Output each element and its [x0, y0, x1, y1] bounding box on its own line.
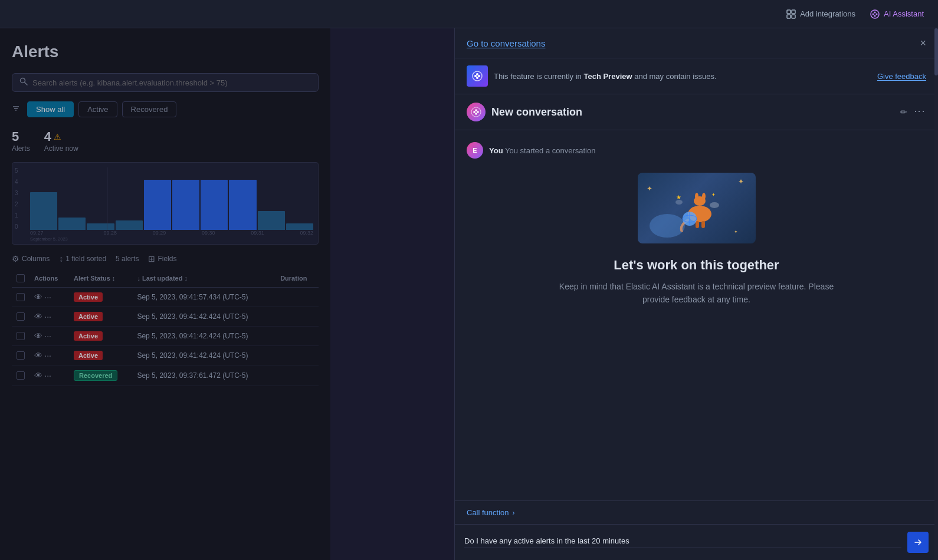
svg-text:✦: ✦ — [711, 192, 716, 197]
col-duration: Duration — [276, 269, 319, 288]
columns-control[interactable]: ⚙ Columns — [12, 254, 50, 263]
ai-assistant-button[interactable]: AI Assistant — [870, 9, 924, 19]
warning-icon: ⚠ — [54, 132, 61, 141]
row-checkbox[interactable] — [17, 371, 25, 380]
svg-point-14 — [473, 71, 482, 81]
chat-input[interactable] — [464, 536, 901, 548]
ai-avatar — [467, 103, 486, 121]
search-bar[interactable] — [12, 73, 319, 92]
table-row: 👁 ··· Active Sep 5, 2023, 09:41:42.424 (… — [12, 346, 319, 365]
active-count: 4 — [44, 129, 51, 144]
scroll-thumb[interactable] — [934, 28, 938, 75]
svg-text:★: ★ — [676, 194, 681, 200]
welcome-subtitle: Keep in mind that Elastic AI Assistant i… — [549, 280, 844, 307]
tab-recovered[interactable]: Recovered — [122, 101, 177, 117]
col-checkbox — [12, 269, 29, 288]
more-options-icon[interactable]: ⋮ — [913, 106, 926, 118]
eye-icon[interactable]: 👁 — [34, 312, 42, 321]
search-icon — [19, 77, 28, 88]
menu-icon[interactable]: ··· — [44, 371, 51, 380]
svg-point-4 — [871, 10, 879, 18]
active-alerts-stat: 4 ⚠ Active now — [44, 129, 78, 153]
call-function-row[interactable]: Call function › — [455, 501, 938, 525]
alerts-main: Alerts Show all Active Recovered 5 Alert… — [0, 28, 330, 560]
menu-icon[interactable]: ··· — [44, 292, 51, 302]
star-decoration: ✦ — [647, 185, 652, 193]
convo-start-text: You You started a conversation — [489, 146, 595, 155]
chevron-right-icon: › — [513, 509, 515, 517]
chart-bar-active — [229, 180, 256, 230]
sort-control[interactable]: ↕ 1 field sorted — [59, 254, 106, 263]
search-input[interactable] — [32, 78, 311, 87]
add-integrations-button[interactable]: Add integrations — [786, 9, 855, 19]
chart-bar — [87, 223, 114, 230]
panel-footer: Call function › — [455, 500, 938, 560]
svg-point-26 — [695, 193, 698, 200]
svg-point-36 — [675, 200, 683, 205]
alerts-count: 5 alerts — [116, 255, 139, 263]
status-badge: Recovered — [74, 370, 117, 381]
filter-icon — [12, 104, 20, 115]
svg-point-17 — [476, 73, 478, 75]
status-badge: Active — [74, 351, 103, 360]
user-avatar: E — [467, 142, 483, 159]
chart-bar — [258, 211, 285, 230]
row-checkbox[interactable] — [17, 351, 25, 360]
give-feedback-button[interactable]: Give feedback — [877, 72, 926, 81]
banner-text: This feature is currently in Tech Previe… — [494, 72, 717, 81]
chart-bar — [286, 223, 313, 230]
chart-bar — [58, 218, 86, 230]
svg-point-5 — [873, 13, 874, 15]
duration — [276, 307, 319, 327]
eye-icon[interactable]: 👁 — [34, 351, 42, 360]
fields-icon: ⊞ — [148, 254, 155, 263]
welcome-illustration: ✦ ✦ ✦ ★ — [638, 173, 756, 243]
eye-icon[interactable]: 👁 — [34, 331, 42, 341]
svg-rect-28 — [696, 221, 699, 228]
svg-rect-0 — [787, 10, 791, 14]
ai-panel: Go to conversations × This feature is cu… — [454, 28, 938, 560]
eye-icon[interactable]: 👁 — [34, 371, 42, 380]
chart-bar-active — [144, 180, 171, 230]
active-label: Active now — [44, 144, 78, 153]
table-row: 👁 ··· Active Sep 5, 2023, 09:41:42.424 (… — [12, 327, 319, 346]
svg-point-20 — [473, 111, 475, 113]
tab-show-all[interactable]: Show all — [27, 101, 74, 117]
send-button[interactable] — [907, 532, 929, 553]
tab-active[interactable]: Active — [78, 101, 117, 117]
svg-point-27 — [702, 193, 706, 200]
edit-icon[interactable]: ✏ — [900, 107, 907, 117]
page-title: Alerts — [12, 42, 319, 61]
svg-point-21 — [477, 111, 479, 113]
table-controls: ⚙ Columns ↕ 1 field sorted 5 alerts ⊞ Fi… — [12, 254, 319, 263]
row-checkbox[interactable] — [17, 293, 25, 301]
svg-point-18 — [476, 77, 478, 79]
close-button[interactable]: × — [920, 38, 926, 48]
menu-icon[interactable]: ··· — [44, 331, 51, 341]
stats-row: 5 Alerts 4 ⚠ Active now — [12, 129, 319, 153]
row-checkbox[interactable] — [17, 312, 25, 321]
eye-icon[interactable]: 👁 — [34, 292, 42, 302]
fields-control[interactable]: ⊞ Fields — [148, 254, 176, 263]
columns-icon: ⚙ — [12, 254, 19, 263]
svg-line-10 — [25, 83, 28, 85]
row-checkbox[interactable] — [17, 332, 25, 340]
menu-icon[interactable]: ··· — [44, 351, 51, 360]
chart-area: 543210 09:27September 5, 2023 09:2809:29… — [12, 162, 319, 245]
tech-preview-banner: This feature is currently in Tech Previe… — [455, 58, 938, 94]
conversation-title-bar: New conversation ✏ ⋮ — [455, 94, 938, 130]
sort-icon: ↕ — [59, 254, 63, 263]
duration — [276, 327, 319, 346]
panel-header: Go to conversations × — [455, 28, 938, 58]
table-row: 👁 ··· Active Sep 5, 2023, 09:41:57.434 (… — [12, 288, 319, 307]
svg-point-16 — [478, 75, 480, 77]
star-decoration: ✦ — [734, 229, 738, 235]
menu-icon[interactable]: ··· — [44, 312, 51, 321]
duration — [276, 288, 319, 307]
chart-bar-active — [201, 180, 228, 230]
go-to-conversations-link[interactable]: Go to conversations — [467, 38, 545, 48]
last-updated: Sep 5, 2023, 09:41:57.434 (UTC-5) — [132, 288, 276, 307]
last-updated: Sep 5, 2023, 09:41:42.424 (UTC-5) — [132, 346, 276, 365]
last-updated: Sep 5, 2023, 09:41:42.424 (UTC-5) — [132, 307, 276, 327]
illustration-bg — [650, 214, 685, 238]
